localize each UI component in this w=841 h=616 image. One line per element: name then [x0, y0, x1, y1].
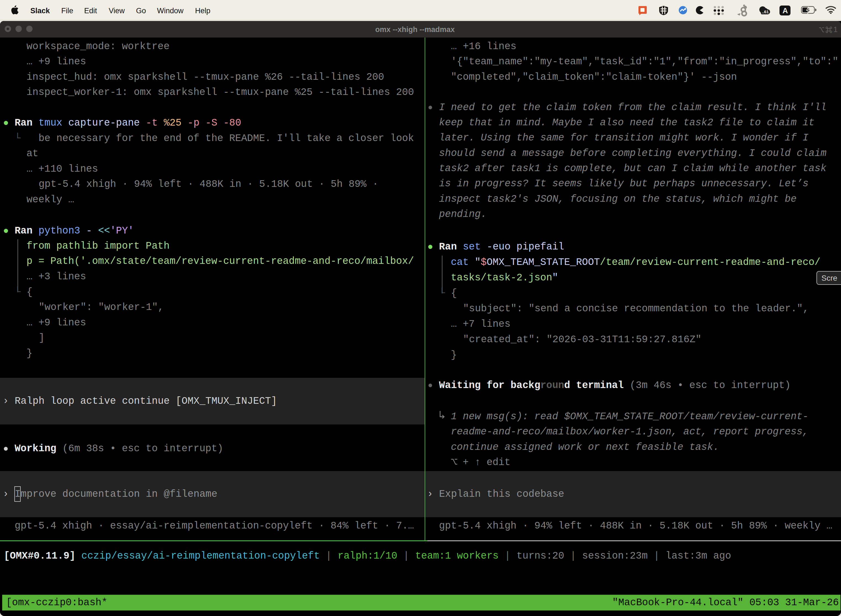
svg-text:..61: ..61 — [762, 9, 769, 14]
svg-text:A: A — [782, 7, 788, 15]
